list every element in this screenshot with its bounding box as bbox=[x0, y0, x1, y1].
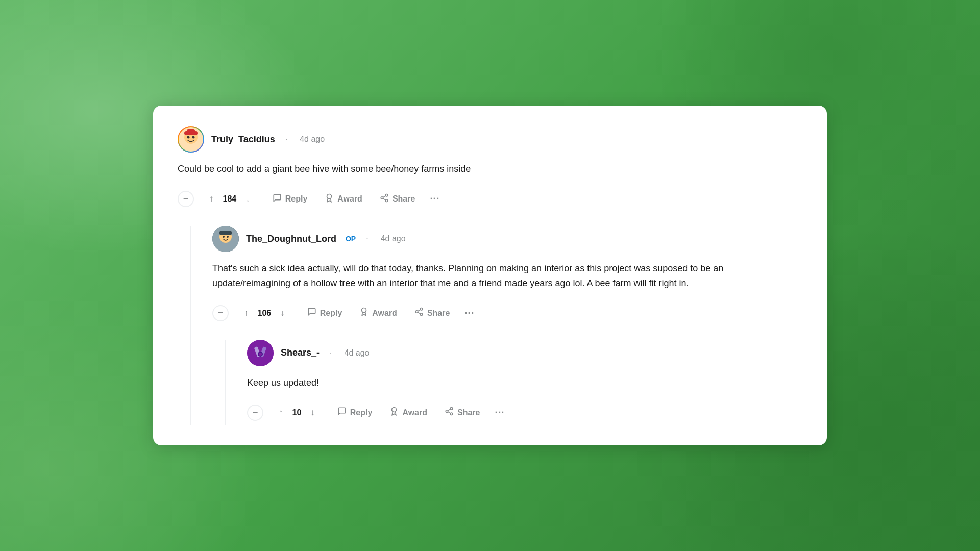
comment-2-actions: − ↑ 106 ↓ bbox=[212, 301, 802, 325]
comment-2-container: The_Doughnut_Lord OP · 4d ago That's suc… bbox=[204, 226, 802, 424]
svg-point-7 bbox=[327, 194, 332, 198]
comment-1-actions: − ↑ 184 ↓ Reply bbox=[178, 187, 802, 211]
thread-line-2 bbox=[212, 340, 239, 425]
collapse-button-1[interactable]: − bbox=[178, 191, 194, 207]
reply-button-2[interactable]: Reply bbox=[300, 303, 350, 323]
vote-count-2: 106 bbox=[258, 309, 272, 318]
vote-count-1: 184 bbox=[223, 194, 237, 204]
vote-section-1: ↑ 184 ↓ bbox=[197, 187, 262, 211]
downvote-button-2[interactable]: ↓ bbox=[273, 304, 292, 322]
downvote-icon-2: ↓ bbox=[280, 308, 285, 318]
svg-point-17 bbox=[227, 236, 229, 238]
timestamp-comment-3: 4d ago bbox=[345, 348, 370, 358]
svg-point-4 bbox=[187, 136, 190, 139]
upvote-icon-3: ↑ bbox=[279, 408, 283, 418]
upvote-button-1[interactable]: ↑ bbox=[202, 190, 221, 208]
award-button-3[interactable]: Award bbox=[382, 403, 434, 422]
svg-point-19 bbox=[420, 308, 423, 311]
svg-point-18 bbox=[362, 308, 366, 313]
upvote-icon-2: ↑ bbox=[244, 308, 249, 318]
vote-section-2: ↑ 106 ↓ bbox=[232, 301, 297, 325]
thread-line-1 bbox=[178, 226, 204, 424]
svg-line-33 bbox=[448, 412, 450, 413]
collapse-button-3[interactable]: − bbox=[247, 405, 263, 421]
comment-1-header: Truly_Tacidius · 4d ago bbox=[178, 126, 802, 153]
more-icon-3: ··· bbox=[495, 406, 504, 419]
reply-icon-1 bbox=[273, 193, 282, 205]
svg-point-32 bbox=[450, 413, 453, 415]
share-button-1[interactable]: Share bbox=[373, 189, 422, 209]
avatar-truly-tacidius bbox=[178, 126, 204, 153]
nested-comment-2-wrapper: The_Doughnut_Lord OP · 4d ago That's suc… bbox=[178, 226, 802, 424]
award-button-2[interactable]: Award bbox=[352, 303, 404, 323]
vote-count-3: 10 bbox=[292, 408, 302, 417]
more-button-2[interactable]: ··· bbox=[460, 304, 478, 322]
svg-point-31 bbox=[446, 410, 448, 413]
avatar-shears bbox=[247, 340, 274, 366]
comment-1-body: Could be cool to add a giant bee hive wi… bbox=[178, 162, 802, 177]
svg-line-23 bbox=[418, 310, 420, 311]
svg-point-10 bbox=[385, 199, 388, 202]
svg-rect-15 bbox=[219, 231, 232, 235]
timestamp-comment-2: 4d ago bbox=[381, 234, 406, 243]
upvote-button-2[interactable]: ↑ bbox=[237, 304, 256, 322]
svg-line-11 bbox=[383, 198, 385, 200]
award-icon-2 bbox=[359, 307, 369, 319]
reply-icon-3 bbox=[337, 407, 347, 418]
svg-point-16 bbox=[223, 236, 225, 238]
comment-3-header: Shears_- · 4d ago bbox=[247, 340, 802, 366]
reply-button-1[interactable]: Reply bbox=[265, 189, 315, 209]
upvote-button-3[interactable]: ↑ bbox=[272, 404, 290, 422]
award-icon-3 bbox=[389, 407, 399, 418]
svg-point-30 bbox=[450, 408, 453, 410]
more-icon-1: ··· bbox=[430, 192, 439, 206]
svg-point-28 bbox=[259, 353, 262, 356]
op-badge-comment-2: OP bbox=[346, 235, 356, 243]
comment-3-actions: − ↑ 10 ↓ bbox=[247, 400, 802, 425]
downvote-icon-1: ↓ bbox=[246, 194, 250, 204]
comment-1: Truly_Tacidius · 4d ago Could be cool to… bbox=[178, 126, 802, 424]
more-button-3[interactable]: ··· bbox=[490, 404, 508, 422]
downvote-icon-3: ↓ bbox=[310, 408, 315, 418]
award-button-1[interactable]: Award bbox=[317, 189, 370, 209]
upvote-icon-1: ↑ bbox=[209, 194, 214, 204]
award-icon-1 bbox=[325, 193, 334, 205]
comment-2-body: That's such a sick idea actually, will d… bbox=[212, 261, 802, 291]
share-icon-1 bbox=[380, 193, 389, 205]
collapse-button-2[interactable]: − bbox=[212, 305, 229, 321]
svg-rect-3 bbox=[187, 129, 195, 132]
svg-point-21 bbox=[420, 313, 423, 316]
vote-section-3: ↑ 10 ↓ bbox=[266, 400, 327, 425]
svg-line-22 bbox=[418, 312, 420, 314]
svg-line-34 bbox=[448, 409, 450, 411]
share-icon-3 bbox=[445, 407, 454, 418]
comment-card: Truly_Tacidius · 4d ago Could be cool to… bbox=[153, 106, 827, 445]
svg-point-5 bbox=[192, 136, 195, 139]
svg-point-29 bbox=[392, 408, 397, 412]
share-button-3[interactable]: Share bbox=[437, 403, 487, 422]
share-icon-2 bbox=[414, 307, 424, 319]
svg-point-8 bbox=[385, 194, 388, 196]
timestamp-comment-1: 4d ago bbox=[300, 135, 325, 144]
downvote-button-3[interactable]: ↓ bbox=[303, 404, 322, 422]
username-doughnut-lord: The_Doughnut_Lord bbox=[246, 234, 336, 244]
more-icon-2: ··· bbox=[464, 307, 474, 320]
share-button-2[interactable]: Share bbox=[407, 303, 457, 323]
more-button-1[interactable]: ··· bbox=[425, 190, 444, 208]
comment-2-header: The_Doughnut_Lord OP · 4d ago bbox=[212, 226, 802, 252]
svg-point-9 bbox=[381, 196, 383, 199]
comment-3-container: Shears_- · 4d ago Keep us updated! − ↑ bbox=[239, 340, 802, 425]
nested-comment-3-wrapper: Shears_- · 4d ago Keep us updated! − ↑ bbox=[212, 340, 802, 425]
svg-point-20 bbox=[415, 311, 418, 313]
svg-line-12 bbox=[383, 196, 385, 197]
username-shears: Shears_- bbox=[281, 347, 320, 358]
downvote-button-1[interactable]: ↓ bbox=[238, 190, 257, 208]
avatar-doughnut-lord bbox=[212, 226, 239, 252]
reply-button-3[interactable]: Reply bbox=[330, 403, 380, 422]
username-truly-tacidius: Truly_Tacidius bbox=[211, 134, 275, 145]
reply-icon-2 bbox=[307, 307, 316, 319]
comment-3-body: Keep us updated! bbox=[247, 375, 802, 390]
